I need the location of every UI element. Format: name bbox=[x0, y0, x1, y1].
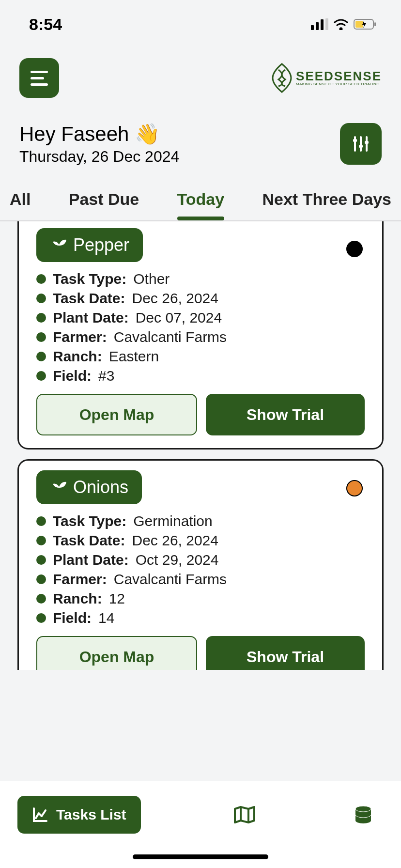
battery-icon bbox=[354, 18, 377, 30]
open-map-button[interactable]: Open Map bbox=[36, 394, 197, 435]
crop-name: Onions bbox=[73, 477, 128, 497]
signal-icon bbox=[311, 18, 328, 30]
nav-tasks-list[interactable]: Tasks List bbox=[17, 796, 141, 834]
tab-next-three-days[interactable]: Next Three Days bbox=[262, 185, 391, 220]
svg-rect-7 bbox=[374, 22, 376, 26]
tab-past-due[interactable]: Past Due bbox=[69, 185, 139, 220]
svg-rect-2 bbox=[321, 19, 324, 30]
svg-rect-0 bbox=[311, 25, 314, 30]
task-card: Pepper Task Type: Other Task Date: Dec 2… bbox=[17, 221, 384, 450]
tab-all[interactable]: All bbox=[10, 185, 31, 220]
status-time: 8:54 bbox=[29, 15, 62, 34]
brand-subtitle: MAKING SENSE OF YOUR SEED TRIALING bbox=[296, 82, 382, 86]
bottom-nav: Tasks List bbox=[0, 781, 401, 868]
tab-today[interactable]: Today bbox=[177, 185, 225, 220]
home-indicator[interactable] bbox=[133, 854, 268, 859]
status-icons bbox=[311, 18, 377, 30]
tabs: All Past Due Today Next Three Days bbox=[0, 175, 401, 221]
status-dot bbox=[346, 480, 363, 496]
detail-field: Field: 14 bbox=[36, 610, 365, 626]
svg-point-4 bbox=[340, 28, 342, 30]
task-list-scroll[interactable]: Pepper Task Type: Other Task Date: Dec 2… bbox=[0, 221, 401, 670]
nav-tasks-list-label: Tasks List bbox=[56, 806, 126, 823]
detail-task-type: Task Type: Germination bbox=[36, 513, 365, 529]
crop-tag: Pepper bbox=[36, 228, 143, 262]
svg-rect-3 bbox=[325, 18, 328, 30]
wifi-icon bbox=[333, 18, 349, 30]
seedsense-logo-icon bbox=[272, 63, 292, 93]
svg-rect-1 bbox=[316, 22, 319, 30]
crop-tag: Onions bbox=[36, 470, 142, 504]
sprout-icon bbox=[50, 236, 68, 254]
detail-ranch: Ranch: 12 bbox=[36, 590, 365, 607]
sprout-icon bbox=[50, 478, 68, 496]
nav-database[interactable] bbox=[349, 800, 378, 829]
greeting-row: Hey Faseeh 👋 Thursday, 26 Dec 2024 bbox=[0, 108, 401, 175]
detail-farmer: Farmer: Cavalcanti Farms bbox=[36, 329, 365, 345]
detail-ranch: Ranch: Eastern bbox=[36, 348, 365, 365]
detail-task-date: Task Date: Dec 26, 2024 bbox=[36, 532, 365, 549]
svg-rect-12 bbox=[359, 145, 363, 148]
svg-rect-6 bbox=[355, 21, 363, 28]
sliders-icon bbox=[351, 134, 370, 154]
detail-farmer: Farmer: Cavalcanti Farms bbox=[36, 571, 365, 588]
app-header: SEEDSENSE MAKING SENSE OF YOUR SEED TRIA… bbox=[0, 44, 401, 108]
detail-plant-date: Plant Date: Dec 07, 2024 bbox=[36, 310, 365, 326]
open-map-button[interactable]: Open Map bbox=[36, 636, 197, 670]
svg-rect-13 bbox=[365, 141, 369, 144]
show-trial-button[interactable]: Show Trial bbox=[206, 636, 365, 670]
menu-button[interactable] bbox=[19, 58, 59, 98]
task-card: Onions Task Type: Germination Task Date:… bbox=[17, 459, 384, 670]
detail-task-date: Task Date: Dec 26, 2024 bbox=[36, 290, 365, 307]
filter-button[interactable] bbox=[340, 123, 382, 165]
detail-field: Field: #3 bbox=[36, 368, 365, 384]
status-dot bbox=[346, 241, 363, 257]
show-trial-button[interactable]: Show Trial bbox=[206, 394, 365, 435]
chart-line-icon bbox=[32, 806, 48, 823]
detail-task-type: Task Type: Other bbox=[36, 271, 365, 287]
crop-name: Pepper bbox=[73, 235, 129, 255]
brand-logo: SEEDSENSE MAKING SENSE OF YOUR SEED TRIA… bbox=[272, 63, 382, 93]
map-icon bbox=[233, 805, 256, 824]
greeting-text: Hey Faseeh 👋 bbox=[19, 122, 179, 146]
greeting-date: Thursday, 26 Dec 2024 bbox=[19, 148, 179, 166]
svg-rect-11 bbox=[353, 139, 357, 142]
database-icon bbox=[354, 805, 373, 824]
brand-title: SEEDSENSE bbox=[296, 70, 382, 82]
detail-plant-date: Plant Date: Oct 29, 2024 bbox=[36, 552, 365, 568]
nav-map[interactable] bbox=[230, 800, 259, 829]
status-bar: 8:54 bbox=[0, 0, 401, 44]
